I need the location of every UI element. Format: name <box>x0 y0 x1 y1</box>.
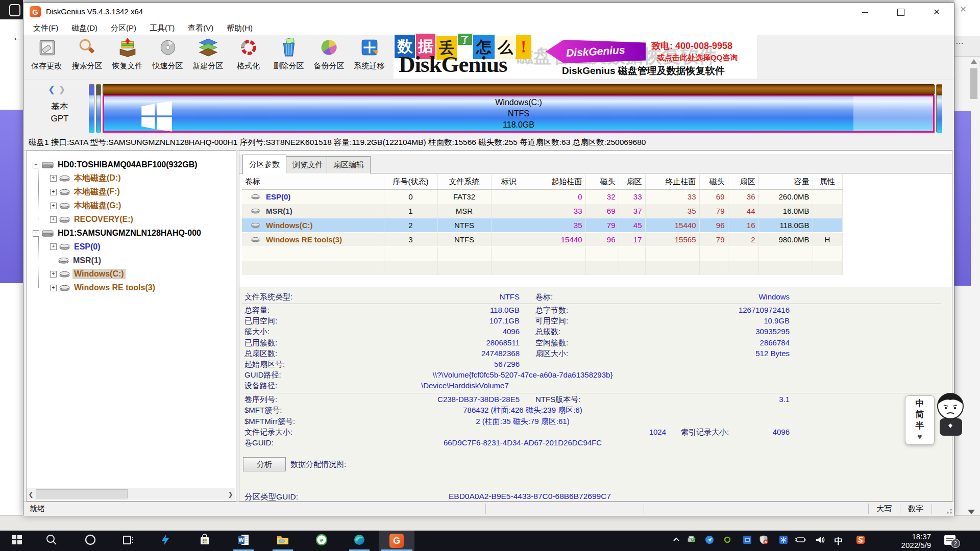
column-header[interactable]: 磁头 <box>699 174 728 190</box>
partition-re-bar[interactable] <box>936 84 942 133</box>
taskbar-start-button[interactable] <box>5 531 29 551</box>
table-header-row[interactable]: 卷标序号(状态)文件系统标识起始柱面磁头扇区终止柱面磁头扇区容量属性 <box>242 174 842 190</box>
menu-item-5[interactable]: 帮助(H) <box>220 21 259 35</box>
tree-item-recovery-e-[interactable]: +RECOVERY(E:) <box>50 213 135 226</box>
column-header[interactable]: 扇区 <box>728 174 758 190</box>
collapse-icon[interactable]: − <box>33 230 39 237</box>
menu-item-0[interactable]: 文件(F) <box>27 21 65 35</box>
menu-item-3[interactable]: 工具(T) <box>143 21 181 35</box>
toolbar-new-partition-button[interactable]: 新建分区 <box>188 35 228 78</box>
close-button[interactable]: ✕ <box>922 3 951 21</box>
ime-simplified-toggle[interactable]: 简 <box>916 409 924 420</box>
tab-partition-params[interactable]: 分区参数 <box>242 155 286 174</box>
tree-item-hd1-samsungmznln128hahq-000[interactable]: −HD1:SAMSUNGMZNLN128HAHQ-000 <box>33 227 203 240</box>
toolbar-backup-partition-button[interactable]: 备份分区 <box>309 35 349 78</box>
tray-tray-expand-icon[interactable] <box>669 531 684 551</box>
toolbar-format-button[interactable]: 格式化 <box>228 35 268 78</box>
tab-sector-edit[interactable]: 扇区编辑 <box>327 156 371 173</box>
taskbar-search-button[interactable] <box>39 531 64 551</box>
taskbar-cortana-button[interactable] <box>78 531 103 551</box>
notification-center-icon[interactable]: 2 <box>944 534 960 547</box>
more-options-icon[interactable]: … <box>955 37 965 46</box>
column-header[interactable]: 标识 <box>491 174 527 190</box>
column-header[interactable]: 扇区 <box>619 174 645 190</box>
tray-volume-icon[interactable] <box>813 531 828 551</box>
column-header[interactable]: 文件系统 <box>437 174 491 190</box>
minimize-button[interactable] <box>850 3 880 21</box>
ime-lang-toggle[interactable]: 中 <box>916 398 924 409</box>
ad-banner[interactable]: 磁盘管理及数据恢复软件 数据丢了怎么！ DiskGenius DiskGeniu… <box>394 34 757 79</box>
tray-ime-mode-icon[interactable]: 中 <box>831 531 846 551</box>
partition-c-bar[interactable]: Windows(C:) NTFS 118.0GB <box>103 95 935 133</box>
tray-snowflake-icon[interactable] <box>776 531 791 551</box>
tree-horizontal-scrollbar[interactable]: ❮ ❯ <box>27 488 235 500</box>
scrollbar-thumb[interactable] <box>36 489 128 498</box>
tree-item-windows-re-tools-3-[interactable]: +Windows RE tools(3) <box>50 281 157 294</box>
titlebar[interactable]: G DiskGenius V5.4.3.1342 x64 ✕ <box>23 3 954 21</box>
expand-icon[interactable]: + <box>50 175 57 182</box>
expand-icon[interactable]: + <box>50 216 57 223</box>
toolbar-save-button[interactable]: 保存更改 <box>27 35 67 78</box>
toolbar-recover-files-button[interactable]: 恢复文件 <box>107 35 148 78</box>
tree-item-windows-c-[interactable]: +Windows(C:) <box>50 267 126 281</box>
expand-icon[interactable]: + <box>50 203 57 209</box>
column-header[interactable]: 属性 <box>813 174 842 190</box>
column-header[interactable]: 卷标 <box>242 174 384 190</box>
tree-item--g-[interactable]: +本地磁盘(G:) <box>50 199 122 212</box>
taskbar-store-button[interactable] <box>192 531 217 551</box>
table-row[interactable]: ESP(0)0FAT3203233336936260.0MB <box>242 190 842 204</box>
column-header[interactable]: 磁头 <box>585 174 619 190</box>
collapse-icon[interactable]: − <box>33 162 39 168</box>
tree-item--d-[interactable]: +本地磁盘(D:) <box>50 172 122 185</box>
column-header[interactable]: 起始柱面 <box>527 174 585 190</box>
tree-item--f-[interactable]: +本地磁盘(F:) <box>50 186 121 199</box>
heart-icon[interactable]: ♥ <box>918 432 922 442</box>
tray-defender-icon[interactable] <box>756 531 771 551</box>
scrollbar-thumb[interactable] <box>970 68 977 99</box>
expand-icon[interactable]: + <box>50 285 57 291</box>
column-header[interactable]: 终止柱面 <box>645 174 699 190</box>
analyze-button[interactable]: 分析 <box>243 457 286 471</box>
partition-esp-bar[interactable] <box>89 84 94 133</box>
menu-item-4[interactable]: 查看(V) <box>181 21 220 35</box>
table-row[interactable]: Windows(C:)2NTFS357945154409616118.0GB <box>242 218 842 233</box>
table-row[interactable]: Windows RE tools(3)3NTFS1544096171556579… <box>242 233 842 247</box>
tray-sogou-icon[interactable] <box>853 531 868 551</box>
tree-item-msr-1-[interactable]: MSR(1) <box>50 254 103 267</box>
taskbar-thunder-button[interactable] <box>153 531 178 551</box>
disk-nav-arrows[interactable]: ❮❯ <box>48 84 71 95</box>
maximize-button[interactable] <box>886 3 916 21</box>
tray-nvidia-icon[interactable] <box>720 531 735 551</box>
expand-icon[interactable]: + <box>50 243 57 250</box>
close-icon[interactable]: ✕ <box>960 4 967 15</box>
tree-item-esp-0-[interactable]: +ESP(0) <box>50 240 102 254</box>
menu-item-1[interactable]: 磁盘(D) <box>65 21 104 35</box>
scroll-right-icon[interactable]: ❯ <box>226 488 235 500</box>
taskbar-word-button[interactable]: W <box>231 531 256 551</box>
partition-msr-bar[interactable] <box>96 84 101 133</box>
menu-item-2[interactable]: 分区(P) <box>104 21 143 35</box>
tab-browse-files[interactable]: 浏览文件 <box>286 156 330 173</box>
column-header[interactable]: 序号(状态) <box>384 174 437 190</box>
column-header[interactable]: 容量 <box>758 174 813 190</box>
taskbar-edge-button[interactable] <box>347 531 372 551</box>
ime-status-panel[interactable]: 中简半 ♥ <box>905 395 935 445</box>
toolbar-delete-partition-button[interactable]: 删除分区 <box>268 35 309 78</box>
toolbar-system-migration-button[interactable]: 系统迁移 <box>349 35 389 78</box>
expand-icon[interactable]: + <box>50 189 57 195</box>
expand-icon[interactable]: + <box>50 271 57 278</box>
tray-print-queue-icon[interactable] <box>684 531 699 551</box>
tray-power-icon[interactable] <box>793 531 808 551</box>
taskbar-explorer-button[interactable] <box>271 531 295 551</box>
resize-grip[interactable] <box>946 508 952 514</box>
toolbar-quick-partition-button[interactable]: 快速分区 <box>148 35 188 78</box>
back-arrow-icon[interactable]: ← <box>12 31 23 44</box>
scroll-left-icon[interactable]: ❮ <box>27 488 35 500</box>
taskbar-task-view-button[interactable] <box>116 531 140 551</box>
taskbar-clock[interactable]: 18:37 2022/5/9 <box>882 532 931 549</box>
tree-item-hd0-toshibamq04abf100-932gb-[interactable]: −HD0:TOSHIBAMQ04ABF100(932GB) <box>33 158 199 171</box>
taskbar-ie-button[interactable]: e <box>309 531 334 551</box>
taskbar-diskgenius-button[interactable]: G <box>379 531 414 551</box>
scroll-up-icon[interactable] <box>971 59 977 64</box>
ime-halfwidth-toggle[interactable]: 半 <box>916 420 924 432</box>
